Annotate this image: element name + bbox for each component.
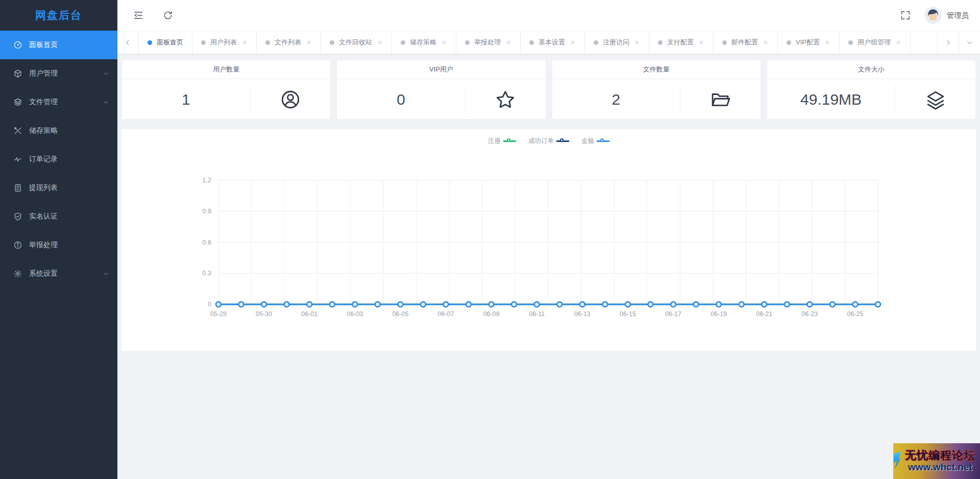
svg-text:06-17: 06-17 bbox=[665, 310, 681, 317]
sidebar-item-0[interactable]: 面板首页 bbox=[0, 31, 117, 59]
app-logo: 网盘后台 bbox=[0, 0, 117, 31]
tab-item-0[interactable]: 面板首页 bbox=[139, 31, 192, 54]
sidebar-item-2[interactable]: 文件管理 bbox=[0, 88, 117, 116]
tab-status-dot bbox=[265, 40, 270, 45]
sidebar: 网盘后台 面板首页用户管理文件管理储存策略订单记录提现列表实名认证举报处理系统设… bbox=[0, 0, 117, 479]
close-icon[interactable] bbox=[241, 39, 248, 45]
close-icon[interactable] bbox=[634, 39, 640, 45]
legend-item-1[interactable]: 成功订单 bbox=[528, 137, 569, 146]
tools-icon bbox=[13, 126, 22, 135]
sidebar-item-7[interactable]: 举报处理 bbox=[0, 231, 117, 259]
svg-text:06-03: 06-03 bbox=[347, 310, 363, 317]
close-icon[interactable] bbox=[505, 39, 511, 45]
tab-status-dot bbox=[201, 40, 206, 45]
tab-item-11[interactable]: 用户组管理 bbox=[840, 31, 911, 54]
main-area: 管理员 面板首页用户列表文件列表文件回收站储存策略举报处理基本设置注册访问支付配… bbox=[117, 0, 980, 479]
svg-text:06-11: 06-11 bbox=[529, 310, 545, 317]
sidebar-item-label: 用户管理 bbox=[29, 69, 58, 78]
svg-text:06-19: 06-19 bbox=[710, 310, 727, 317]
stat-cards-row: 用户数量1VIP用户0文件数量2文件大小49.19MB bbox=[121, 60, 976, 119]
pulse-icon bbox=[13, 155, 22, 164]
sidebar-item-1[interactable]: 用户管理 bbox=[0, 59, 117, 88]
legend-item-0[interactable]: 注册 bbox=[488, 137, 516, 146]
sidebar-item-4[interactable]: 订单记录 bbox=[0, 145, 117, 174]
tab-status-dot bbox=[722, 40, 727, 45]
menu-fold-icon[interactable] bbox=[133, 10, 144, 21]
close-icon[interactable] bbox=[306, 39, 312, 45]
tab-label: 邮件配置 bbox=[731, 38, 758, 47]
tab-label: 注册访问 bbox=[603, 38, 629, 47]
tab-item-4[interactable]: 储存策略 bbox=[392, 31, 456, 54]
sidebar-menu: 面板首页用户管理文件管理储存策略订单记录提现列表实名认证举报处理系统设置 bbox=[0, 31, 117, 479]
watermark-logo-icon bbox=[894, 451, 901, 469]
svg-text:06-07: 06-07 bbox=[438, 310, 454, 317]
gear-icon bbox=[13, 269, 22, 278]
users-icon bbox=[13, 69, 22, 78]
fullscreen-icon[interactable] bbox=[900, 10, 911, 21]
user-icon bbox=[251, 89, 331, 110]
tab-item-7[interactable]: 注册访问 bbox=[585, 31, 649, 54]
sidebar-item-label: 储存策略 bbox=[29, 126, 58, 135]
tabs-scroll-right-button[interactable] bbox=[937, 31, 959, 54]
tab-status-dot bbox=[148, 40, 152, 45]
tab-item-3[interactable]: 文件回收站 bbox=[321, 31, 392, 54]
tab-label: 用户列表 bbox=[210, 38, 237, 47]
tab-status-dot bbox=[465, 40, 470, 45]
svg-text:05-28: 05-28 bbox=[210, 310, 227, 317]
stat-card-0: 用户数量1 bbox=[121, 60, 331, 119]
folder-icon bbox=[680, 89, 761, 110]
legend-line-marker bbox=[556, 138, 569, 145]
close-icon[interactable] bbox=[441, 39, 447, 45]
tab-label: 面板首页 bbox=[157, 38, 183, 47]
sidebar-item-3[interactable]: 储存策略 bbox=[0, 116, 117, 145]
stat-card-value: 2 bbox=[552, 91, 680, 108]
tab-item-5[interactable]: 举报处理 bbox=[456, 31, 521, 54]
sidebar-item-5[interactable]: 提现列表 bbox=[0, 174, 117, 202]
sidebar-item-label: 面板首页 bbox=[29, 40, 58, 50]
tab-item-6[interactable]: 基本设置 bbox=[521, 31, 585, 54]
svg-text:0.6: 0.6 bbox=[203, 239, 211, 246]
sidebar-item-8[interactable]: 系统设置 bbox=[0, 259, 117, 288]
tabs-scroll-left-button[interactable] bbox=[117, 31, 139, 54]
close-icon[interactable] bbox=[698, 39, 704, 45]
refresh-icon[interactable] bbox=[162, 10, 174, 21]
chart-legend: 注册成功订单金额 bbox=[121, 129, 976, 146]
tab-item-2[interactable]: 文件列表 bbox=[257, 31, 321, 54]
tab-item-9[interactable]: 邮件配置 bbox=[714, 31, 778, 54]
stat-card-1: VIP用户0 bbox=[336, 60, 546, 119]
legend-label: 金额 bbox=[581, 137, 594, 146]
watermark-title: 无忧编程论坛 bbox=[905, 449, 975, 462]
legend-label: 成功订单 bbox=[528, 137, 554, 146]
close-icon[interactable] bbox=[763, 39, 769, 45]
svg-text:06-15: 06-15 bbox=[620, 310, 636, 317]
layers-icon bbox=[895, 89, 975, 110]
tabs-dropdown-button[interactable] bbox=[959, 31, 980, 54]
svg-text:0.3: 0.3 bbox=[203, 270, 211, 277]
close-icon[interactable] bbox=[895, 39, 901, 45]
info-icon bbox=[13, 241, 22, 250]
sidebar-item-label: 举报处理 bbox=[29, 241, 58, 250]
close-icon[interactable] bbox=[570, 39, 576, 45]
tab-list: 面板首页用户列表文件列表文件回收站储存策略举报处理基本设置注册访问支付配置邮件配… bbox=[139, 31, 937, 54]
svg-text:06-21: 06-21 bbox=[756, 310, 772, 317]
avatar[interactable] bbox=[924, 7, 942, 24]
legend-item-2[interactable]: 金额 bbox=[581, 137, 609, 146]
close-icon[interactable] bbox=[824, 39, 830, 45]
sidebar-item-6[interactable]: 实名认证 bbox=[0, 202, 117, 231]
tab-item-8[interactable]: 支付配置 bbox=[649, 31, 714, 54]
tab-item-10[interactable]: VIP配置 bbox=[778, 31, 840, 54]
tab-label: 文件列表 bbox=[275, 38, 301, 47]
tab-label: 举报处理 bbox=[474, 38, 501, 47]
username[interactable]: 管理员 bbox=[947, 11, 969, 20]
chevron-down-icon bbox=[103, 70, 109, 77]
svg-text:06-25: 06-25 bbox=[847, 310, 863, 317]
stat-card-2: 文件数量2 bbox=[552, 60, 761, 119]
stat-card-title: VIP用户 bbox=[337, 60, 545, 79]
close-icon[interactable] bbox=[377, 39, 383, 45]
sidebar-item-label: 订单记录 bbox=[29, 155, 58, 164]
svg-text:06-01: 06-01 bbox=[301, 310, 317, 317]
dashboard-line-chart: 00.30.60.91.205-2805-3006-0106-0306-0506… bbox=[121, 149, 976, 317]
dashboard-icon bbox=[13, 40, 22, 50]
tab-item-1[interactable]: 用户列表 bbox=[192, 31, 257, 54]
tab-label: 文件回收站 bbox=[339, 38, 372, 47]
